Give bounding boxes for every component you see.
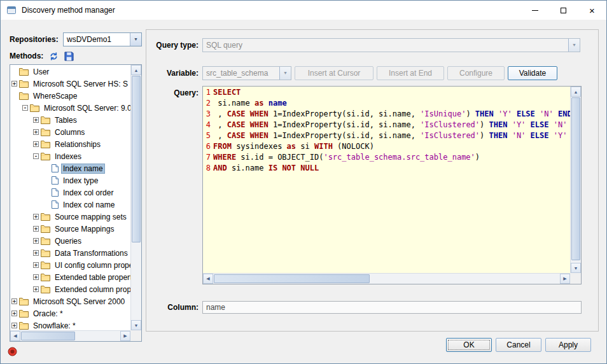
tree-item[interactable]: +Microsoft SQL Server 2000: [10, 295, 130, 307]
scroll-up-icon[interactable]: ▲: [131, 65, 141, 75]
scroll-up-icon[interactable]: ▲: [571, 87, 581, 97]
repository-select[interactable]: wsDVDemo1 ▼: [63, 32, 142, 46]
code-line: FROM sysindexes as si WITH (NOLOCK): [213, 141, 570, 152]
method-tree[interactable]: User+Microsoft SQL Server HS: SWhereScap…: [10, 64, 142, 342]
folder-icon: [19, 67, 29, 76]
folder-icon: [41, 225, 50, 233]
tree-item[interactable]: +Microsoft SQL Server HS: S: [10, 78, 130, 90]
code-line: , CASE WHEN 1=IndexProperty(si.id, si.na…: [213, 120, 570, 130]
tree-vertical-scrollbar[interactable]: ▲ ▼: [130, 65, 141, 330]
tree-item[interactable]: +Columns: [10, 126, 130, 138]
repository-value: wsDVDemo1: [67, 35, 111, 44]
expand-icon[interactable]: +: [33, 250, 39, 256]
scroll-right-icon[interactable]: ▶: [560, 274, 570, 284]
tree-item[interactable]: Index type: [10, 174, 130, 186]
tree-horizontal-scrollbar[interactable]: ◀ ▶: [10, 330, 130, 341]
tree-vscroll-thumb[interactable]: [132, 76, 141, 242]
query-editor[interactable]: 12345678 SELECT si.name as name , CASE W…: [203, 87, 570, 273]
expand-icon[interactable]: +: [33, 226, 39, 232]
tree-item[interactable]: +Source mapping sets: [10, 211, 130, 223]
tree-item-label: WhereScape: [31, 91, 79, 101]
maximize-icon: [561, 8, 566, 13]
tree-item[interactable]: -Indexes: [10, 150, 130, 162]
expand-icon[interactable]: +: [33, 117, 39, 123]
scrollbar-corner: [130, 330, 141, 341]
chevron-down-icon[interactable]: ▼: [130, 33, 141, 46]
refresh-icon[interactable]: [49, 52, 59, 61]
close-button[interactable]: ×: [578, 1, 606, 20]
folder-icon: [41, 128, 50, 136]
expand-icon[interactable]: +: [33, 129, 39, 135]
tree-item[interactable]: +Oracle: *: [10, 307, 130, 319]
collapse-icon[interactable]: -: [22, 105, 28, 111]
variable-select: src_table_schema ▼: [202, 66, 291, 80]
tree-item[interactable]: +Source Mappings: [10, 223, 130, 235]
tree-item-label: Extended column prop: [53, 284, 130, 295]
tree-item[interactable]: +Extended column prop: [10, 283, 130, 295]
editor-vertical-scrollbar[interactable]: ▲ ▼: [570, 87, 581, 273]
code-line: WHERE si.id = OBJECT_ID('src_table_schem…: [213, 152, 570, 163]
maximize-button[interactable]: [549, 1, 578, 20]
expand-icon[interactable]: +: [11, 311, 17, 316]
tree-item[interactable]: +Extended table propert: [10, 271, 130, 283]
validate-button[interactable]: Validate: [508, 66, 557, 80]
scroll-down-icon[interactable]: ▼: [131, 320, 141, 330]
methods-label: Methods:: [10, 52, 43, 60]
expand-icon[interactable]: +: [33, 262, 39, 268]
query-type-select: SQL query ▼: [202, 38, 580, 52]
tree-item[interactable]: Index name: [10, 162, 130, 174]
tree-item[interactable]: +Snowflake: *: [10, 319, 130, 330]
tree-item-label: Snowflake: *: [31, 321, 78, 331]
tree-item[interactable]: User: [10, 66, 130, 78]
tree-item-label: Source Mappings: [53, 224, 116, 234]
expand-icon[interactable]: +: [33, 274, 39, 280]
expand-icon[interactable]: +: [33, 238, 39, 244]
line-number: 1: [203, 87, 211, 98]
chevron-down-icon: ▼: [279, 67, 291, 80]
tree-item[interactable]: +Tables: [10, 114, 130, 126]
tree-item[interactable]: Index col name: [10, 199, 130, 211]
column-input[interactable]: name: [202, 301, 582, 314]
tree-hscroll-thumb[interactable]: [21, 332, 75, 340]
editor-vscroll-thumb[interactable]: [571, 97, 580, 260]
minimize-button[interactable]: [520, 1, 549, 20]
apply-button[interactable]: Apply: [545, 338, 591, 352]
line-number: 5: [203, 130, 211, 141]
tree-item[interactable]: WhereScape: [10, 90, 130, 102]
scroll-down-icon[interactable]: ▼: [571, 263, 581, 273]
insert-at-end-button: Insert at End: [377, 66, 444, 80]
expand-icon[interactable]: +: [11, 81, 17, 87]
app-icon: [6, 5, 17, 15]
code-line: SELECT: [213, 87, 570, 98]
scrollbar-corner: [570, 273, 581, 284]
tree-item-label: Microsoft SQL Server HS: S: [31, 79, 130, 89]
scroll-left-icon[interactable]: ◀: [10, 331, 20, 341]
code-line: si.name as name: [213, 98, 570, 109]
editor-hscroll-thumb[interactable]: [214, 274, 370, 283]
expand-icon[interactable]: +: [11, 323, 17, 328]
tree-item[interactable]: +Data Transformations: [10, 247, 130, 259]
title-bar[interactable]: Discovery method manager ×: [1, 1, 606, 20]
ok-button[interactable]: OK: [446, 338, 492, 352]
scroll-right-icon[interactable]: ▶: [120, 331, 130, 341]
expand-icon[interactable]: +: [33, 141, 39, 147]
tree-item[interactable]: +Queries: [10, 235, 130, 247]
tree-item-label: Extended table propert: [53, 272, 130, 283]
tree-item[interactable]: Index col order: [10, 186, 130, 199]
tree-item[interactable]: +Relationships: [10, 138, 130, 150]
expand-icon[interactable]: +: [33, 286, 39, 292]
tree-item-label: User: [31, 67, 51, 77]
tree-item-label: Source mapping sets: [53, 212, 129, 222]
expand-icon[interactable]: +: [11, 298, 17, 304]
save-icon[interactable]: [64, 52, 74, 61]
line-number: 6: [203, 141, 211, 152]
tree-item[interactable]: -Microsoft SQL Server: 9.0 -: [10, 102, 130, 114]
tree-item-label: Oracle: *: [31, 309, 65, 319]
editor-horizontal-scrollbar[interactable]: ◀ ▶: [203, 273, 570, 284]
cancel-button[interactable]: Cancel: [496, 338, 541, 352]
collapse-icon[interactable]: -: [33, 153, 39, 159]
expand-icon[interactable]: +: [33, 214, 39, 220]
line-number: 4: [203, 120, 211, 130]
tree-item[interactable]: +UI config column prope: [10, 259, 130, 271]
scroll-left-icon[interactable]: ◀: [203, 274, 213, 284]
